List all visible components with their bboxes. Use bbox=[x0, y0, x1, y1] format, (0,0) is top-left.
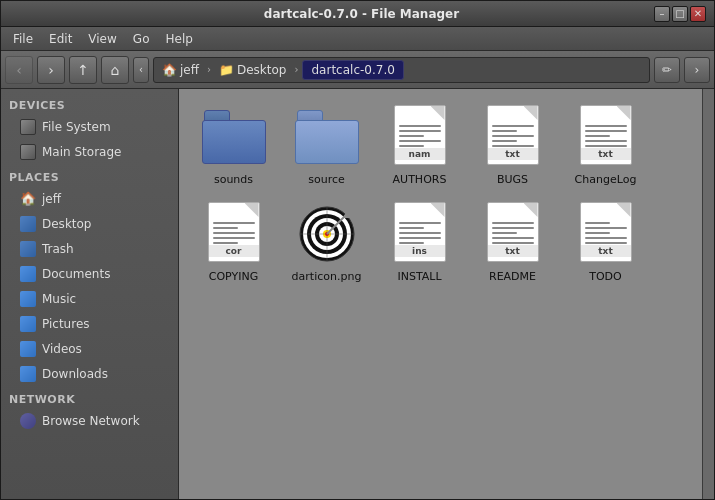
sidebar-label-mainstorage: Main Storage bbox=[42, 145, 121, 159]
file-item-source[interactable]: source bbox=[284, 101, 369, 190]
forward-button[interactable]: › bbox=[37, 56, 65, 84]
menu-help[interactable]: Help bbox=[157, 30, 200, 48]
sidebar-item-pictures[interactable]: Pictures bbox=[4, 312, 175, 336]
close-button[interactable]: ✕ bbox=[690, 6, 706, 22]
dartboard-svg bbox=[299, 206, 355, 262]
file-label-changelog: ChangeLog bbox=[575, 173, 637, 186]
sidebar-item-desktop[interactable]: Desktop bbox=[4, 212, 175, 236]
file-item-authors[interactable]: nam AUTHORS bbox=[377, 101, 462, 190]
home-icon: 🏠 bbox=[162, 63, 177, 77]
file-label-sounds: sounds bbox=[214, 173, 253, 186]
file-item-changelog[interactable]: txt ChangeLog bbox=[563, 101, 648, 190]
maximize-button[interactable]: □ bbox=[672, 6, 688, 22]
menu-file[interactable]: File bbox=[5, 30, 41, 48]
sidebar-label-downloads: Downloads bbox=[42, 367, 108, 381]
drive-icon-2 bbox=[20, 144, 36, 160]
file-item-install[interactable]: ins INSTALL bbox=[377, 198, 462, 287]
sidebar-label-browse-network: Browse Network bbox=[42, 414, 140, 428]
sidebar-label-filesystem: File System bbox=[42, 120, 111, 134]
sidebar-item-videos[interactable]: Videos bbox=[4, 337, 175, 361]
devices-header: DEVICES bbox=[1, 93, 178, 114]
menubar: File Edit View Go Help bbox=[1, 27, 714, 51]
doc-todo-icon: txt bbox=[574, 202, 638, 266]
home-button[interactable]: ⌂ bbox=[101, 56, 129, 84]
home-icon: 🏠 bbox=[20, 191, 36, 207]
sidebar-item-browse-network[interactable]: Browse Network bbox=[4, 409, 175, 433]
drive-icon bbox=[20, 119, 36, 135]
folder-icon-pictures bbox=[20, 316, 36, 332]
places-header: PLACES bbox=[1, 165, 178, 186]
menu-view[interactable]: View bbox=[80, 30, 124, 48]
sidebar-item-trash[interactable]: Trash bbox=[4, 237, 175, 261]
file-label-install: INSTALL bbox=[397, 270, 441, 283]
breadcrumb-jeff: jeff bbox=[180, 63, 199, 77]
file-item-sounds[interactable]: sounds bbox=[191, 101, 276, 190]
folder-icon: 📁 bbox=[219, 63, 234, 77]
menu-go[interactable]: Go bbox=[125, 30, 158, 48]
doc-readme-icon: txt bbox=[481, 202, 545, 266]
window-title: dartcalc-0.7.0 - File Manager bbox=[69, 7, 654, 21]
file-item-darticon[interactable]: darticon.png bbox=[284, 198, 369, 287]
breadcrumb-arrow-1: › bbox=[207, 64, 211, 75]
titlebar: dartcalc-0.7.0 - File Manager – □ ✕ bbox=[1, 1, 714, 27]
back-button[interactable]: ‹ bbox=[5, 56, 33, 84]
folder-icon-videos bbox=[20, 341, 36, 357]
toolbar: ‹ › ↑ ⌂ ‹ 🏠 jeff › 📁 Desktop › dartcalc-… bbox=[1, 51, 714, 89]
main-area: DEVICES File System Main Storage PLACES … bbox=[1, 89, 714, 499]
scrollbar-right[interactable] bbox=[702, 89, 714, 499]
file-item-readme[interactable]: txt README bbox=[470, 198, 555, 287]
doc-install-icon: ins bbox=[388, 202, 452, 266]
file-area: sounds source bbox=[179, 89, 702, 499]
network-icon bbox=[20, 413, 36, 429]
folder-icon-music bbox=[20, 291, 36, 307]
sidebar-label-music: Music bbox=[42, 292, 76, 306]
sidebar-item-music[interactable]: Music bbox=[4, 287, 175, 311]
breadcrumb-arrow-2: › bbox=[294, 64, 298, 75]
sidebar-item-downloads[interactable]: Downloads bbox=[4, 362, 175, 386]
file-label-readme: README bbox=[489, 270, 536, 283]
file-label-source: source bbox=[308, 173, 345, 186]
breadcrumb-desktop[interactable]: 📁 Desktop bbox=[215, 61, 291, 79]
sidebar-label-desktop: Desktop bbox=[42, 217, 92, 231]
darticon-png-icon bbox=[295, 202, 359, 266]
sidebar: DEVICES File System Main Storage PLACES … bbox=[1, 89, 179, 499]
doc-authors-icon: nam bbox=[388, 105, 452, 169]
folder-sounds-icon bbox=[202, 105, 266, 169]
network-header: NETWORK bbox=[1, 387, 178, 408]
sidebar-item-jeff[interactable]: 🏠 jeff bbox=[4, 187, 175, 211]
menu-edit[interactable]: Edit bbox=[41, 30, 80, 48]
breadcrumb-home[interactable]: 🏠 jeff bbox=[158, 61, 203, 79]
minimize-button[interactable]: – bbox=[654, 6, 670, 22]
file-item-bugs[interactable]: txt BUGS bbox=[470, 101, 555, 190]
doc-changelog-icon: txt bbox=[574, 105, 638, 169]
sidebar-item-mainstorage[interactable]: Main Storage bbox=[4, 140, 175, 164]
window-controls: – □ ✕ bbox=[654, 6, 706, 22]
up-button[interactable]: ↑ bbox=[69, 56, 97, 84]
file-label-todo: TODO bbox=[589, 270, 622, 283]
sidebar-label-trash: Trash bbox=[42, 242, 74, 256]
doc-copying-icon: cor bbox=[202, 202, 266, 266]
sidebar-item-documents[interactable]: Documents bbox=[4, 262, 175, 286]
breadcrumb-back-button[interactable]: ‹ bbox=[133, 57, 149, 83]
file-item-copying[interactable]: cor COPYING bbox=[191, 198, 276, 287]
window: dartcalc-0.7.0 - File Manager – □ ✕ File… bbox=[0, 0, 715, 500]
file-label-darticon: darticon.png bbox=[292, 270, 362, 283]
file-label-copying: COPYING bbox=[209, 270, 258, 283]
sidebar-item-filesystem[interactable]: File System bbox=[4, 115, 175, 139]
sidebar-label-documents: Documents bbox=[42, 267, 110, 281]
sidebar-label-videos: Videos bbox=[42, 342, 82, 356]
file-label-authors: AUTHORS bbox=[393, 173, 447, 186]
edit-path-button[interactable]: ✏ bbox=[654, 57, 680, 83]
file-item-todo[interactable]: txt TODO bbox=[563, 198, 648, 287]
sidebar-label-jeff: jeff bbox=[42, 192, 61, 206]
desktop-icon bbox=[20, 216, 36, 232]
folder-icon-documents bbox=[20, 266, 36, 282]
doc-bugs-icon: txt bbox=[481, 105, 545, 169]
more-button[interactable]: › bbox=[684, 57, 710, 83]
folder-source-icon bbox=[295, 105, 359, 169]
breadcrumb-current: dartcalc-0.7.0 bbox=[302, 60, 403, 80]
breadcrumb-desktop-label: Desktop bbox=[237, 63, 287, 77]
breadcrumb-bar: 🏠 jeff › 📁 Desktop › dartcalc-0.7.0 bbox=[153, 57, 650, 83]
folder-icon-downloads bbox=[20, 366, 36, 382]
trash-icon bbox=[20, 241, 36, 257]
